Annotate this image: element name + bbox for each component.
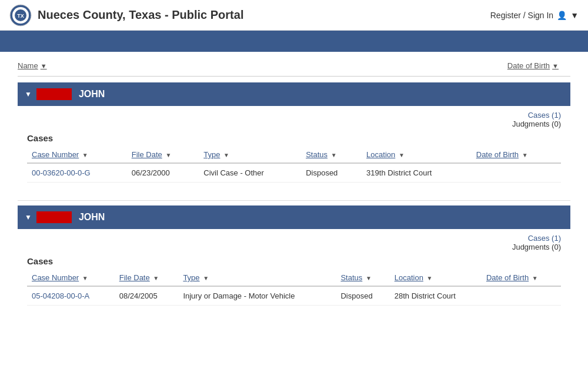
cell-case-number: 00-03620-00-0-G bbox=[27, 163, 127, 183]
col-header-type[interactable]: Type ▼ bbox=[199, 147, 301, 163]
file2-date-sort-chevron: ▼ bbox=[153, 275, 159, 281]
file-date-sort-link[interactable]: File Date bbox=[132, 150, 162, 159]
person-1-table-header-row: Case Number ▼ File Date ▼ Type ▼ Statu bbox=[27, 147, 561, 163]
person-2-case-links: Cases (1) Judgments (0) bbox=[18, 229, 570, 254]
col-header-file-date[interactable]: File Date ▼ bbox=[127, 147, 199, 163]
status2-sort-link[interactable]: Status bbox=[340, 273, 362, 282]
user-icon: 👤 bbox=[557, 11, 567, 20]
main-content: Name ▼ Date of Birth ▼ ▼ JOHN Cases (1) … bbox=[0, 52, 588, 329]
person-2-table-header-row: Case Number ▼ File Date ▼ Type ▼ Statu bbox=[27, 270, 561, 286]
person-2-cases-table: Case Number ▼ File Date ▼ Type ▼ Statu bbox=[27, 270, 561, 306]
col-header-location[interactable]: Location ▼ bbox=[362, 147, 472, 163]
person-2-cases-section: Cases Case Number ▼ File Date ▼ Type bbox=[18, 254, 570, 311]
cell2-status: Disposed bbox=[336, 286, 389, 306]
col2-header-case-number[interactable]: Case Number ▼ bbox=[27, 270, 115, 286]
table-row: 00-03620-00-0-G 06/23/2000 Civil Case - … bbox=[27, 163, 561, 183]
file2-date-sort-link[interactable]: File Date bbox=[119, 273, 150, 282]
person-1-toggle-chevron[interactable]: ▼ bbox=[25, 90, 32, 98]
location-sort-link[interactable]: Location bbox=[366, 150, 395, 159]
location-sort-chevron: ▼ bbox=[399, 152, 405, 158]
cell-file-date: 06/23/2000 bbox=[127, 163, 199, 183]
col2-header-file-date[interactable]: File Date ▼ bbox=[115, 270, 179, 286]
status2-sort-chevron: ▼ bbox=[366, 275, 372, 281]
col2-header-type[interactable]: Type ▼ bbox=[178, 270, 336, 286]
person-2-toggle-chevron[interactable]: ▼ bbox=[25, 213, 32, 221]
name-filter-label: Name bbox=[18, 61, 38, 70]
location2-sort-link[interactable]: Location bbox=[395, 273, 423, 282]
col2-header-dob[interactable]: Date of Birth ▼ bbox=[482, 270, 561, 286]
top-header: TX Nueces County, Texas - Public Portal … bbox=[0, 0, 588, 31]
person-header-2: ▼ JOHN bbox=[18, 205, 570, 229]
svg-text:TX: TX bbox=[17, 13, 24, 19]
cell-type: Civil Case - Other bbox=[199, 163, 301, 183]
person-2-name-redacted bbox=[36, 211, 72, 223]
name-filter[interactable]: Name ▼ bbox=[18, 61, 47, 70]
cell2-file-date: 08/24/2005 bbox=[115, 286, 179, 306]
dob-sort-link[interactable]: Date of Birth bbox=[476, 150, 519, 159]
table-row: 05-04208-00-0-A 08/24/2005 Injury or Dam… bbox=[27, 286, 561, 306]
person-1-case-links: Cases (1) Judgments (0) bbox=[18, 106, 570, 131]
case2-number-link[interactable]: 05-04208-00-0-A bbox=[32, 291, 89, 300]
person-2-name-text: JOHN bbox=[79, 212, 105, 223]
person-1-judgments: Judgments (0) bbox=[512, 120, 561, 128]
logo-icon: TX bbox=[9, 4, 32, 26]
dob2-sort-chevron: ▼ bbox=[532, 275, 538, 281]
status-sort-link[interactable]: Status bbox=[306, 150, 328, 159]
cell2-case-number: 05-04208-00-0-A bbox=[27, 286, 115, 306]
header-title: Nueces County, Texas - Public Portal bbox=[38, 8, 243, 22]
divider-1 bbox=[18, 200, 570, 201]
name-filter-chevron: ▼ bbox=[41, 62, 47, 69]
dob-filter-chevron: ▼ bbox=[552, 62, 559, 69]
dob-filter-label: Date of Birth bbox=[507, 61, 550, 70]
cell-location: 319th District Court bbox=[362, 163, 472, 183]
col-header-status[interactable]: Status ▼ bbox=[301, 147, 362, 163]
dob-filter[interactable]: Date of Birth ▼ bbox=[507, 61, 559, 70]
person-2-cases-title: Cases bbox=[27, 256, 561, 266]
case-number-link[interactable]: 00-03620-00-0-G bbox=[32, 168, 91, 177]
person-block-1: ▼ JOHN Cases (1) Judgments (0) Cases Cas… bbox=[18, 82, 570, 188]
person-1-name-redacted bbox=[36, 88, 72, 100]
type-sort-chevron: ▼ bbox=[223, 152, 229, 158]
person-block-2: ▼ JOHN Cases (1) Judgments (0) Cases Cas… bbox=[18, 205, 570, 311]
case2-number-sort-link[interactable]: Case Number bbox=[32, 273, 79, 282]
cell2-type: Injury or Damage - Motor Vehicle bbox=[178, 286, 336, 306]
filter-row: Name ▼ Date of Birth ▼ bbox=[18, 58, 570, 77]
location2-sort-chevron: ▼ bbox=[427, 275, 433, 281]
cell-dob bbox=[472, 163, 561, 183]
cell2-location: 28th District Court bbox=[390, 286, 482, 306]
case-number-sort-link[interactable]: Case Number bbox=[32, 150, 79, 159]
dob-sort-chevron: ▼ bbox=[522, 152, 528, 158]
person-1-cases-table: Case Number ▼ File Date ▼ Type ▼ Statu bbox=[27, 147, 561, 183]
person-1-cases-title: Cases bbox=[27, 133, 561, 143]
col-header-dob[interactable]: Date of Birth ▼ bbox=[472, 147, 561, 163]
case2-number-sort-chevron: ▼ bbox=[82, 275, 88, 281]
person-1-cases-link[interactable]: Cases (1) bbox=[528, 111, 561, 120]
col2-header-status[interactable]: Status ▼ bbox=[336, 270, 389, 286]
register-signin-button[interactable]: Register / Sign In 👤 ▼ bbox=[490, 11, 579, 20]
col2-header-location[interactable]: Location ▼ bbox=[390, 270, 482, 286]
cell2-dob bbox=[482, 286, 561, 306]
person-1-name-text: JOHN bbox=[79, 89, 105, 100]
chevron-down-icon: ▼ bbox=[570, 11, 579, 20]
type2-sort-chevron: ▼ bbox=[203, 275, 209, 281]
register-signin-link[interactable]: Register / Sign In bbox=[490, 11, 553, 20]
person-1-cases-section: Cases Case Number ▼ File Date ▼ Type bbox=[18, 131, 570, 188]
cell-status: Disposed bbox=[301, 163, 362, 183]
case-number-sort-chevron: ▼ bbox=[82, 152, 88, 158]
col-header-case-number[interactable]: Case Number ▼ bbox=[27, 147, 127, 163]
file-date-sort-chevron: ▼ bbox=[165, 152, 171, 158]
person-2-judgments: Judgments (0) bbox=[512, 243, 561, 251]
nav-bar bbox=[0, 31, 588, 52]
person-2-cases-link[interactable]: Cases (1) bbox=[528, 234, 561, 243]
person-header-1: ▼ JOHN bbox=[18, 82, 570, 106]
type2-sort-link[interactable]: Type bbox=[183, 273, 199, 282]
dob2-sort-link[interactable]: Date of Birth bbox=[486, 273, 529, 282]
type-sort-link[interactable]: Type bbox=[203, 150, 220, 159]
header-left: TX Nueces County, Texas - Public Portal bbox=[9, 4, 243, 26]
status-sort-chevron: ▼ bbox=[331, 152, 337, 158]
